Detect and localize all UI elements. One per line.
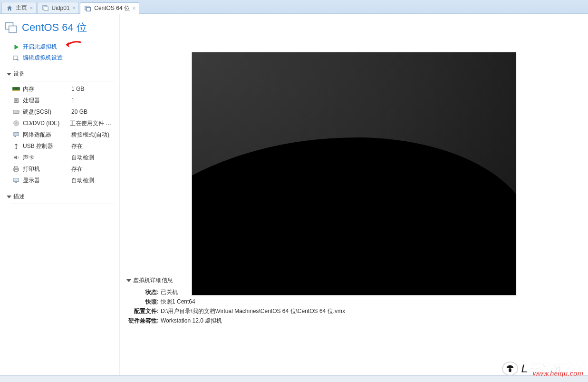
device-name: CD/DVD (IDE) — [23, 118, 59, 128]
device-value: 存在 — [71, 164, 83, 174]
description-section-header[interactable]: 描述 — [0, 186, 119, 204]
device-usb[interactable]: USB 控制器 存在 — [0, 140, 119, 152]
svg-point-21 — [16, 148, 17, 149]
device-hdd[interactable]: 硬盘(SCSI) 20 GB — [0, 106, 119, 118]
svg-point-18 — [16, 123, 17, 124]
tab-label: 主页 — [16, 4, 27, 12]
device-cpu[interactable]: 处理器 1 — [0, 95, 119, 106]
svg-point-16 — [18, 111, 19, 112]
svg-rect-11 — [18, 88, 19, 89]
device-cd[interactable]: CD/DVD (IDE) 正在使用文件 E:... — [0, 118, 119, 129]
cd-icon — [12, 119, 20, 127]
tab-centos[interactable]: CentOS 64 位 × — [80, 2, 139, 14]
vm-icon — [84, 5, 92, 12]
usb-icon — [12, 142, 20, 150]
device-value: 正在使用文件 E:... — [70, 118, 115, 128]
device-name: 显示器 — [23, 176, 40, 185]
vm-icon — [42, 4, 49, 12]
svg-rect-8 — [13, 88, 14, 89]
device-printer[interactable]: 打印机 存在 — [0, 163, 119, 175]
device-value: 自动检测 — [71, 176, 94, 185]
detail-key: 配置文件: — [126, 307, 161, 315]
detail-value: Workstation 12.0 虚拟机 — [161, 316, 222, 325]
svg-rect-23 — [15, 167, 18, 168]
status-bar — [0, 375, 588, 382]
svg-rect-10 — [16, 88, 17, 89]
vm-icon — [5, 21, 18, 34]
device-name: 打印机 — [23, 164, 40, 174]
device-value: 1 GB — [71, 84, 84, 94]
device-sound[interactable]: 声卡 自动检测 — [0, 152, 119, 163]
watermark-url: www.heiqu.com — [533, 370, 583, 377]
device-name: 网络适配器 — [23, 130, 51, 139]
printer-icon — [12, 165, 20, 173]
power-on-vm[interactable]: 开启此虚拟机 — [0, 41, 119, 52]
detail-value: 已关机 — [161, 288, 178, 296]
device-memory[interactable]: 内存 1 GB — [0, 83, 119, 95]
hdd-icon — [12, 108, 20, 116]
tab-uidp01[interactable]: Uidp01 × — [38, 2, 79, 13]
edit-settings-label: 编辑虚拟机设置 — [23, 54, 63, 62]
svg-rect-26 — [15, 182, 17, 183]
devices-label: 设备 — [13, 70, 25, 78]
tab-label: CentOS 64 位 — [94, 4, 130, 12]
mushroom-icon — [502, 362, 518, 376]
nic-icon — [12, 131, 20, 138]
memory-icon — [12, 85, 20, 93]
detail-row-snapshot: 快照: 快照1 Cent64 — [126, 297, 581, 306]
svg-rect-27 — [509, 368, 512, 372]
device-value: 20 GB — [71, 107, 87, 117]
svg-rect-24 — [15, 170, 18, 172]
watermark: L黑米网络社 www.heiqu.com — [502, 361, 585, 376]
svg-rect-1 — [44, 7, 48, 10]
settings-icon — [12, 54, 20, 62]
cpu-icon — [12, 97, 20, 104]
detail-value: D:\用户目录\我的文档\Virtual Machines\CentOS 64 … — [161, 307, 345, 315]
sidebar: CentOS 64 位 开启此虚拟机 编辑虚拟机设置 设备 内存 1 GB — [0, 14, 120, 375]
chevron-down-icon — [126, 279, 131, 282]
detail-value: 快照1 Cent64 — [161, 297, 195, 306]
divider — [11, 81, 115, 81]
edit-vm-settings[interactable]: 编辑虚拟机设置 — [0, 52, 119, 63]
details-header-label: 虚拟机详细信息 — [133, 276, 173, 284]
vm-screen-preview[interactable] — [192, 52, 516, 295]
detail-key: 硬件兼容性: — [126, 316, 161, 325]
device-name: 声卡 — [23, 153, 34, 162]
detail-row-compat: 硬件兼容性: Workstation 12.0 虚拟机 — [126, 316, 581, 325]
svg-rect-3 — [87, 7, 91, 11]
svg-rect-25 — [14, 178, 19, 182]
vm-preview-area — [120, 14, 588, 271]
vm-title: CentOS 64 位 — [0, 16, 119, 41]
tab-label: Uidp01 — [52, 5, 70, 11]
close-icon[interactable]: × — [72, 5, 76, 11]
device-name: 处理器 — [23, 96, 40, 105]
svg-rect-5 — [9, 26, 17, 33]
chevron-down-icon — [7, 196, 11, 198]
svg-rect-19 — [14, 133, 19, 136]
tab-bar: 主页 × Uidp01 × CentOS 64 位 × — [0, 0, 588, 14]
description-label: 描述 — [13, 193, 25, 201]
device-value: 1 — [71, 96, 75, 105]
close-icon[interactable]: × — [29, 5, 33, 11]
device-value: 桥接模式(自动) — [71, 130, 109, 139]
workspace: CentOS 64 位 开启此虚拟机 编辑虚拟机设置 设备 内存 1 GB — [0, 14, 588, 375]
main-panel: 虚拟机详细信息 状态: 已关机 快照: 快照1 Cent64 配置文件: D:\… — [120, 14, 588, 375]
device-display[interactable]: 显示器 自动检测 — [0, 175, 119, 186]
device-name: USB 控制器 — [23, 141, 53, 151]
close-icon[interactable]: × — [132, 5, 136, 11]
svg-rect-14 — [15, 99, 17, 101]
sound-icon — [12, 154, 20, 161]
tab-home[interactable]: 主页 × — [1, 2, 37, 13]
power-on-label: 开启此虚拟机 — [23, 43, 57, 51]
svg-rect-9 — [15, 88, 16, 89]
divider — [11, 204, 115, 204]
detail-key: 状态: — [126, 288, 161, 296]
devices-section-header[interactable]: 设备 — [0, 63, 119, 81]
chevron-down-icon — [7, 73, 11, 76]
device-nic[interactable]: 网络适配器 桥接模式(自动) — [0, 129, 119, 140]
home-icon — [6, 4, 13, 12]
svg-rect-12 — [12, 90, 20, 91]
display-icon — [12, 176, 20, 184]
play-icon — [12, 43, 20, 51]
vm-title-text: CentOS 64 位 — [22, 20, 87, 35]
